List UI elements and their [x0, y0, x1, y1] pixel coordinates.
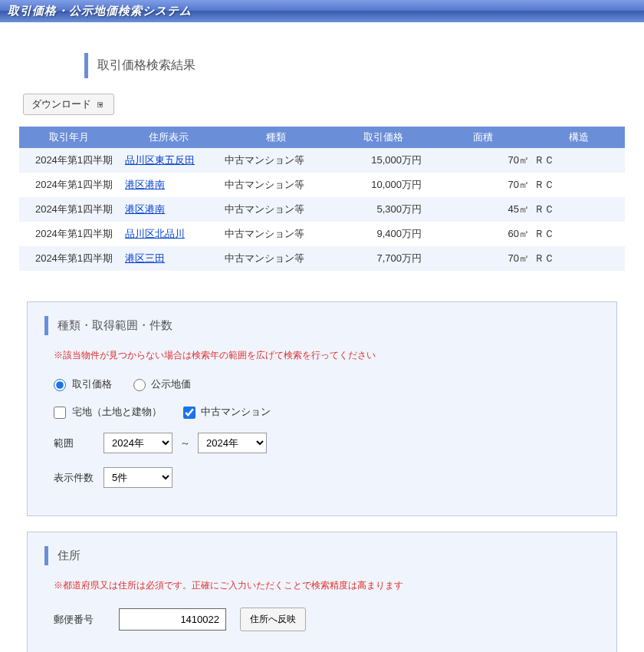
year-to-select[interactable]: 2024年 — [198, 433, 267, 453]
radio-public[interactable] — [133, 379, 146, 391]
cell-type: 中古マンション等 — [219, 173, 334, 197]
filter-warning: ※該当物件が見つからない場合は検索年の範囲を広げて検索を行ってください — [54, 349, 600, 362]
checkbox-land[interactable] — [54, 407, 66, 419]
cell-structure: ＲＣ — [533, 148, 625, 173]
cell-address: 港区港南 — [119, 197, 219, 222]
cell-type: 中古マンション等 — [219, 246, 334, 271]
col-area: 面積 — [433, 127, 533, 148]
range-label: 範囲 — [54, 436, 96, 450]
address-warning: ※都道府県又は住所は必須です。正確にご入力いただくことで検索精度は高まります — [54, 579, 600, 592]
download-button[interactable]: ダウンロード — [23, 94, 114, 115]
address-panel: 住所 ※都道府県又は住所は必須です。正確にご入力いただくことで検索精度は高まりま… — [27, 532, 617, 652]
cell-area: 70㎡ — [433, 173, 533, 197]
cell-area: 70㎡ — [433, 246, 533, 271]
postal-input[interactable] — [119, 608, 226, 631]
cell-price: 15,000万円 — [334, 148, 433, 173]
checkbox-land-label[interactable]: 宅地（土地と建物） — [54, 405, 162, 419]
cell-address: 品川区東五反田 — [119, 148, 219, 173]
cell-address: 港区三田 — [119, 246, 219, 271]
reflect-button[interactable]: 住所へ反映 — [240, 608, 306, 631]
address-link[interactable]: 港区港南 — [125, 203, 165, 215]
filter-panel-title: 種類・取得範囲・件数 — [44, 316, 600, 335]
col-address: 住所表示 — [119, 127, 219, 148]
radio-transaction[interactable] — [54, 379, 66, 391]
address-link[interactable]: 港区港南 — [125, 179, 165, 190]
table-row: 2024年第1四半期品川区東五反田中古マンション等15,000万円70㎡ＲＣ — [19, 148, 625, 173]
cell-area: 70㎡ — [433, 148, 533, 173]
cell-structure: ＲＣ — [533, 246, 625, 271]
range-separator: ～ — [180, 436, 190, 450]
col-price: 取引価格 — [334, 127, 433, 148]
cell-structure: ＲＣ — [533, 197, 625, 222]
cell-period: 2024年第1四半期 — [19, 173, 119, 197]
results-table: 取引年月 住所表示 種類 取引価格 面積 構造 2024年第1四半期品川区東五反… — [19, 127, 625, 271]
count-select[interactable]: 5件 — [104, 467, 172, 488]
cell-period: 2024年第1四半期 — [19, 148, 119, 173]
checkbox-condo[interactable] — [183, 407, 196, 419]
postal-label: 郵便番号 — [54, 613, 111, 627]
cell-address: 品川区北品川 — [119, 222, 219, 246]
cell-price: 9,400万円 — [334, 222, 433, 246]
cell-area: 60㎡ — [433, 222, 533, 246]
table-row: 2024年第1四半期港区港南中古マンション等10,000万円70㎡ＲＣ — [19, 173, 625, 197]
col-type: 種類 — [219, 127, 334, 148]
dropdown-icon — [97, 102, 103, 107]
address-link[interactable]: 港区三田 — [125, 252, 165, 264]
address-panel-title: 住所 — [44, 546, 600, 565]
cell-period: 2024年第1四半期 — [19, 222, 119, 246]
cell-price: 10,000万円 — [334, 173, 433, 197]
download-label: ダウンロード — [31, 97, 91, 111]
cell-type: 中古マンション等 — [219, 148, 334, 173]
cell-price: 5,300万円 — [334, 197, 433, 222]
year-from-select[interactable]: 2024年 — [104, 433, 172, 453]
address-link[interactable]: 品川区北品川 — [125, 228, 185, 239]
cell-type: 中古マンション等 — [219, 197, 334, 222]
col-period: 取引年月 — [19, 127, 119, 148]
checkbox-condo-label[interactable]: 中古マンション — [183, 405, 271, 419]
cell-period: 2024年第1四半期 — [19, 197, 119, 222]
cell-price: 7,700万円 — [334, 246, 433, 271]
system-title: 取引価格・公示地価検索システム — [8, 4, 192, 17]
table-row: 2024年第1四半期港区港南中古マンション等5,300万円45㎡ＲＣ — [19, 197, 625, 222]
system-header: 取引価格・公示地価検索システム — [0, 0, 644, 22]
cell-structure: ＲＣ — [533, 222, 625, 246]
count-label: 表示件数 — [54, 471, 96, 485]
cell-type: 中古マンション等 — [219, 222, 334, 246]
radio-public-label[interactable]: 公示地価 — [133, 377, 192, 391]
cell-area: 45㎡ — [433, 197, 533, 222]
table-row: 2024年第1四半期港区三田中古マンション等7,700万円70㎡ＲＣ — [19, 246, 625, 271]
cell-period: 2024年第1四半期 — [19, 246, 119, 271]
results-section-title: 取引価格検索結果 — [84, 53, 625, 78]
address-link[interactable]: 品川区東五反田 — [125, 154, 195, 166]
filter-panel: 種類・取得範囲・件数 ※該当物件が見つからない場合は検索年の範囲を広げて検索を行… — [27, 301, 617, 516]
cell-structure: ＲＣ — [533, 173, 625, 197]
radio-transaction-label[interactable]: 取引価格 — [54, 377, 112, 391]
cell-address: 港区港南 — [119, 173, 219, 197]
table-row: 2024年第1四半期品川区北品川中古マンション等9,400万円60㎡ＲＣ — [19, 222, 625, 246]
col-structure: 構造 — [533, 127, 625, 148]
